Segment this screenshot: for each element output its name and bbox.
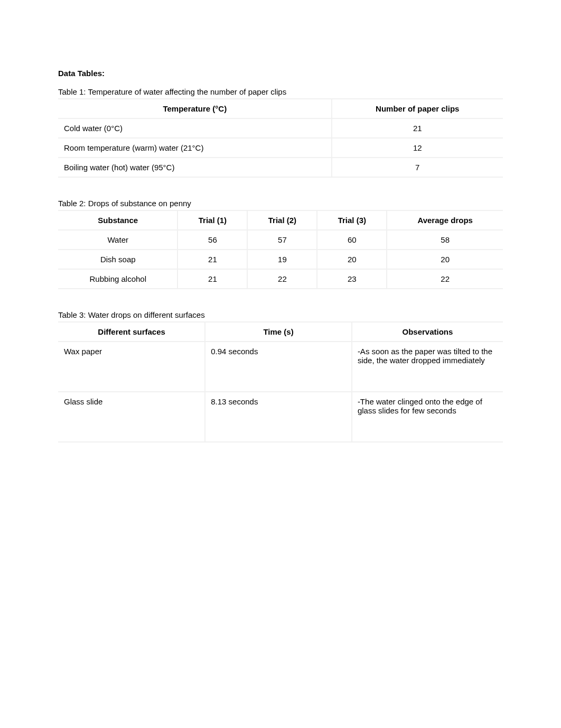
table-row: Rubbing alcohol 21 22 23 22 (59, 269, 503, 289)
table3-cell-observation: -The water clinged onto the edge of glas… (352, 392, 503, 442)
table2-cell: 56 (177, 230, 247, 250)
table-row: Water 56 57 60 58 (59, 230, 503, 250)
table2: Substance Trial (1) Trial (2) Trial (3) … (58, 210, 503, 289)
table-row: Room temperature (warm) water (21°C) 12 (59, 138, 503, 158)
table2-cell: Rubbing alcohol (59, 269, 178, 289)
table2-cell: 57 (247, 230, 317, 250)
table-row: Dish soap 21 19 20 20 (59, 250, 503, 269)
table2-cell: Dish soap (59, 250, 178, 269)
table2-header-average: Average drops (387, 210, 503, 230)
table3-cell-time: 8.13 seconds (205, 392, 352, 442)
table2-header-trial1: Trial (1) (177, 210, 247, 230)
table-row: Glass slide 8.13 seconds -The water clin… (59, 392, 503, 442)
table2-cell: 58 (387, 230, 503, 250)
table-row: Boiling water (hot) water (95°C) 7 (59, 158, 503, 177)
table3: Different surfaces Time (s) Observations… (58, 321, 503, 443)
table2-header-trial2: Trial (2) (247, 210, 317, 230)
table1-cell-value: 12 (332, 138, 503, 158)
table3-header-surfaces: Different surfaces (59, 322, 205, 342)
table2-cell: 23 (317, 269, 387, 289)
table2-cell: 19 (247, 250, 317, 269)
table3-header-row: Different surfaces Time (s) Observations (59, 322, 503, 342)
table1-header-temperature: Temperature (°C) (59, 99, 332, 118)
table2-header-substance: Substance (59, 210, 178, 230)
table3-caption: Table 3: Water drops on different surfac… (58, 310, 503, 319)
table3-header-time: Time (s) (205, 322, 352, 342)
table2-header-row: Substance Trial (1) Trial (2) Trial (3) … (59, 210, 503, 230)
table2-header-trial3: Trial (3) (317, 210, 387, 230)
table1-caption: Table 1: Temperature of water affecting … (58, 87, 503, 96)
section-title: Data Tables: (58, 69, 503, 78)
table2-caption: Table 2: Drops of substance on penny (58, 199, 503, 208)
table-row: Cold water (0°C) 21 (59, 118, 503, 138)
table1-cell-value: 21 (332, 118, 503, 138)
table3-header-observations: Observations (352, 322, 503, 342)
table1-cell-label: Cold water (0°C) (59, 118, 332, 138)
table2-cell: 22 (387, 269, 503, 289)
table3-cell-observation: -As soon as the paper was tilted to the … (352, 342, 503, 392)
table2-cell: 21 (177, 269, 247, 289)
table1-header-row: Temperature (°C) Number of paper clips (59, 99, 503, 118)
table1: Temperature (°C) Number of paper clips C… (58, 98, 503, 178)
table2-cell: Water (59, 230, 178, 250)
table1-header-clips: Number of paper clips (332, 99, 503, 118)
table3-cell-time: 0.94 seconds (205, 342, 352, 392)
table3-cell-surface: Wax paper (59, 342, 205, 392)
table2-cell: 60 (317, 230, 387, 250)
table3-cell-surface: Glass slide (59, 392, 205, 442)
table-row: Wax paper 0.94 seconds -As soon as the p… (59, 342, 503, 392)
table2-cell: 21 (177, 250, 247, 269)
table2-cell: 20 (387, 250, 503, 269)
table1-cell-label: Room temperature (warm) water (21°C) (59, 138, 332, 158)
table2-cell: 20 (317, 250, 387, 269)
table2-cell: 22 (247, 269, 317, 289)
table1-cell-value: 7 (332, 158, 503, 177)
table1-cell-label: Boiling water (hot) water (95°C) (59, 158, 332, 177)
